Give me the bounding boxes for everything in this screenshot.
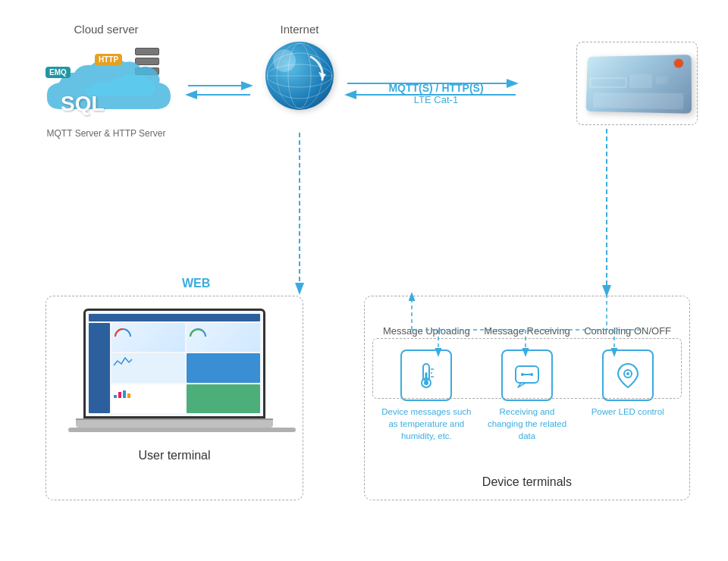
internet-area: Internet — [254, 23, 345, 110]
svg-line-9 — [590, 92, 688, 93]
dash-topbar — [89, 314, 260, 321]
location-icon — [613, 360, 643, 390]
laptop-image — [68, 309, 281, 441]
func-title-receiving: Message Receiving — [484, 318, 570, 345]
message-icon — [512, 360, 542, 390]
func-desc-controlling: Power LED control — [592, 406, 664, 418]
laptop-stand — [68, 428, 296, 432]
dash-cell-4 — [187, 353, 260, 382]
web-label: WEB — [182, 277, 210, 290]
func-desc-uploading: Device messages such as temperature and … — [381, 406, 472, 442]
thermometer-icon — [411, 360, 441, 390]
svg-rect-17 — [425, 372, 428, 383]
func-title-controlling: Controlling ON/OFF — [584, 318, 671, 345]
function-columns: Message Uploading Device messages such a… — [376, 318, 678, 442]
func-title-uploading: Message Uploading — [383, 318, 470, 345]
svg-rect-8 — [656, 76, 667, 83]
dash-sidebar — [89, 323, 110, 413]
svg-rect-11 — [118, 392, 121, 398]
svg-rect-12 — [123, 390, 126, 398]
dash-cell-3 — [111, 353, 185, 382]
dash-content — [89, 323, 260, 413]
connection-labels-right: MQTT(S) / HTTP(S) LTE Cat-1 — [353, 82, 519, 105]
device-module-area — [576, 42, 698, 125]
globe-icon — [265, 42, 334, 110]
func-icon-box-controlling — [602, 349, 654, 401]
svg-point-24 — [530, 373, 533, 376]
cloud-graphic: EMQ HTTP SQL — [38, 40, 174, 124]
laptop-screen — [83, 309, 265, 418]
mqtt-protocol-label: MQTT(S) / HTTP(S) — [353, 82, 519, 94]
laptop-base — [76, 418, 273, 428]
emq-badge: EMQ — [46, 67, 71, 78]
user-terminal-label: User terminal — [138, 449, 210, 462]
svg-point-23 — [521, 373, 524, 376]
func-icon-box-receiving — [501, 349, 553, 401]
func-col-receiving: Message Receiving Receiving and changing… — [482, 318, 573, 442]
cloud-server-label: Cloud server — [30, 23, 182, 36]
dash-main — [111, 323, 260, 413]
func-col-controlling: Controlling ON/OFF Power LED control — [582, 318, 673, 418]
func-desc-receiving: Receiving and changing the related data — [482, 406, 573, 442]
lte-label: LTE Cat-1 — [353, 94, 519, 105]
sql-badge: SQL — [61, 92, 105, 116]
svg-rect-6 — [590, 78, 626, 87]
svg-rect-13 — [127, 393, 130, 398]
server-bar-1 — [135, 48, 159, 55]
svg-point-26 — [626, 372, 629, 375]
device-terminals-area: Message Uploading Device messages such a… — [364, 296, 690, 500]
http-badge: HTTP — [95, 54, 122, 65]
dash-cell-2 — [187, 323, 260, 352]
dash-cell-1 — [111, 323, 185, 352]
func-col-uploading: Message Uploading Device messages such a… — [381, 318, 472, 442]
dash-cell-5 — [111, 384, 185, 413]
cloud-server-area: Cloud server EMQ HTTP SQL MQTT Server & … — [30, 23, 182, 139]
dash-cell-6 — [187, 384, 260, 413]
svg-rect-10 — [114, 395, 117, 398]
svg-rect-7 — [629, 74, 652, 87]
device-terminals-label: Device terminals — [365, 475, 689, 489]
device-module-image — [586, 54, 692, 113]
laptop-dashboard — [86, 311, 263, 416]
func-icon-box-uploading — [400, 349, 452, 401]
internet-label: Internet — [254, 23, 345, 36]
mqtt-server-label: MQTT Server & HTTP Server — [30, 128, 182, 139]
user-terminal-area: User terminal — [46, 296, 303, 500]
